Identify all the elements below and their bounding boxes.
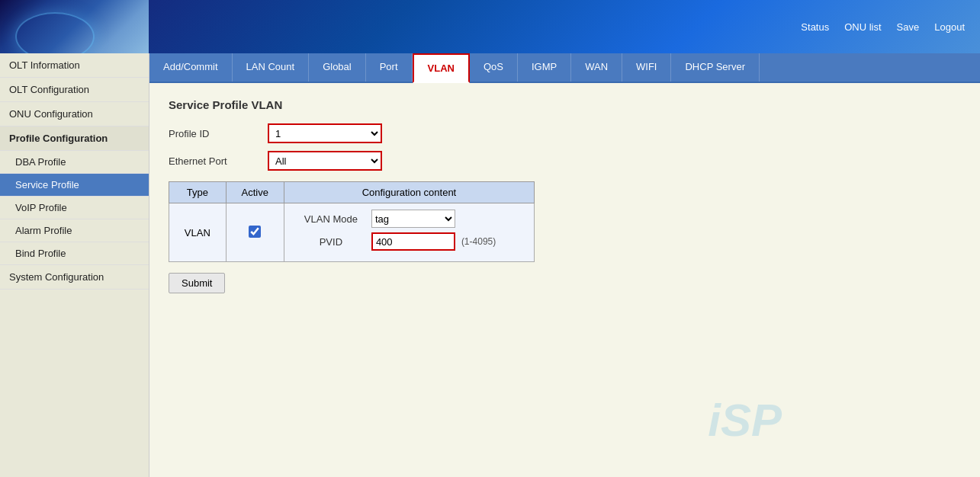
sidebar-item-system-config[interactable]: System Configuration <box>0 265 149 290</box>
pvid-hint: (1-4095) <box>461 236 496 247</box>
cell-active <box>226 203 284 262</box>
content-area: Service Profile VLAN Profile ID 1 Ethern… <box>149 83 980 477</box>
page-title: Service Profile VLAN <box>169 98 961 111</box>
table-row: VLAN VLAN Mode tag transparent translate <box>169 203 535 262</box>
ethernet-port-select[interactable]: All <box>268 151 382 171</box>
save-link[interactable]: Save <box>897 21 920 33</box>
vlan-mode-row: VLAN Mode tag transparent translate <box>297 210 522 228</box>
vlan-mode-select[interactable]: tag transparent translate <box>371 210 455 228</box>
tab-lan-count[interactable]: LAN Count <box>233 53 310 82</box>
ethernet-port-row: Ethernet Port All <box>169 151 961 171</box>
tab-port[interactable]: Port <box>366 53 413 82</box>
tab-wifi[interactable]: WIFI <box>622 53 671 82</box>
sidebar: OLT Information OLT Configuration ONU Co… <box>0 53 149 477</box>
sidebar-item-voip-profile[interactable]: VoIP Profile <box>0 197 149 219</box>
pvid-input[interactable] <box>371 232 455 251</box>
sidebar-item-onu-config[interactable]: ONU Configuration <box>0 102 149 126</box>
pvid-label: PVID <box>297 236 365 248</box>
tab-qos[interactable]: QoS <box>470 53 518 82</box>
submit-button[interactable]: Submit <box>169 273 225 293</box>
header-logo <box>0 0 149 53</box>
header-nav: Status ONU list Save Logout <box>801 21 965 33</box>
active-checkbox[interactable] <box>249 226 261 238</box>
logout-link[interactable]: Logout <box>934 21 965 33</box>
main-layout: OLT Information OLT Configuration ONU Co… <box>0 53 980 477</box>
watermark: iSP <box>708 394 782 447</box>
col-config: Configuration content <box>284 182 534 203</box>
profile-id-label: Profile ID <box>169 128 268 139</box>
sidebar-section-profile-config: Profile Configuration <box>0 126 149 151</box>
tab-bar: Add/Commit LAN Count Global Port VLAN Qo… <box>149 53 980 83</box>
tab-wan[interactable]: WAN <box>571 53 622 82</box>
profile-id-select[interactable]: 1 <box>268 123 382 143</box>
cell-type: VLAN <box>169 203 227 262</box>
tab-igmp[interactable]: IGMP <box>518 53 571 82</box>
header: Status ONU list Save Logout <box>0 0 980 53</box>
vlan-mode-label: VLAN Mode <box>297 213 365 225</box>
sidebar-item-alarm-profile[interactable]: Alarm Profile <box>0 219 149 242</box>
tab-global[interactable]: Global <box>309 53 366 82</box>
pvid-row: PVID (1-4095) <box>297 232 522 251</box>
onu-list-link[interactable]: ONU list <box>844 21 881 33</box>
col-type: Type <box>169 182 227 203</box>
tab-vlan[interactable]: VLAN <box>413 53 470 83</box>
main-content: Add/Commit LAN Count Global Port VLAN Qo… <box>149 53 980 477</box>
profile-id-row: Profile ID 1 <box>169 123 961 143</box>
sidebar-item-dba-profile[interactable]: DBA Profile <box>0 151 149 174</box>
sidebar-item-olt-info[interactable]: OLT Information <box>0 53 149 78</box>
sidebar-item-service-profile[interactable]: Service Profile <box>0 174 149 197</box>
col-active: Active <box>226 182 284 203</box>
status-link[interactable]: Status <box>801 21 829 33</box>
ethernet-port-label: Ethernet Port <box>169 155 268 167</box>
vlan-table: Type Active Configuration content VLAN <box>169 181 535 262</box>
tab-dhcp-server[interactable]: DHCP Server <box>671 53 760 82</box>
sidebar-item-bind-profile[interactable]: Bind Profile <box>0 242 149 265</box>
tab-add-commit[interactable]: Add/Commit <box>149 53 233 82</box>
cell-config: VLAN Mode tag transparent translate PVID <box>284 203 534 262</box>
sidebar-item-olt-config[interactable]: OLT Configuration <box>0 78 149 102</box>
